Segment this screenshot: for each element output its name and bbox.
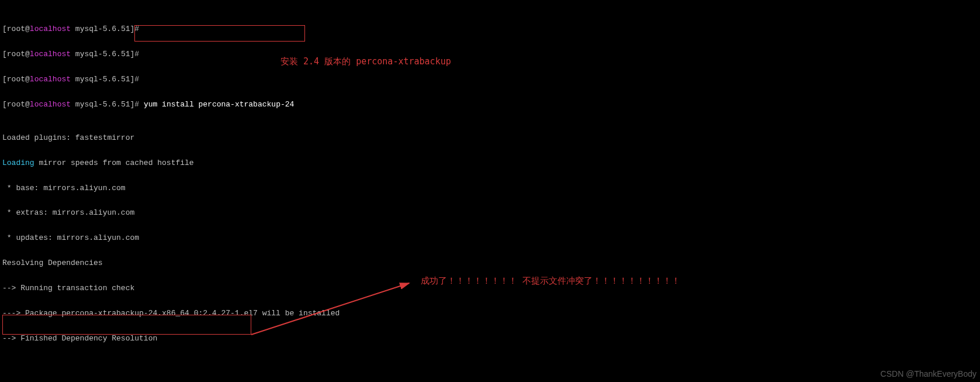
output-line: --> Running transaction check bbox=[2, 284, 978, 292]
command-text: yum install percona-xtrabackup-24 bbox=[144, 100, 294, 109]
watermark-text: CSDN @ThankEveryBody bbox=[881, 370, 976, 378]
output-line: Loading mirror speeds from cached hostfi… bbox=[2, 159, 978, 167]
output-line: * base: mirrors.aliyun.com bbox=[2, 184, 978, 192]
prompt-line: [root@localhost mysql-5.6.51]# bbox=[2, 50, 978, 58]
output-line: Loaded plugins: fastestmirror bbox=[2, 134, 978, 142]
output-line: * updates: mirrors.aliyun.com bbox=[2, 234, 978, 242]
blank-line bbox=[2, 360, 978, 368]
output-line: ---> Package percona-xtrabackup-24.x86_6… bbox=[2, 309, 978, 318]
prompt-line: [root@localhost mysql-5.6.51]# bbox=[2, 75, 978, 84]
output-line: --> Finished Dependency Resolution bbox=[2, 335, 978, 343]
output-line: Resolving Dependencies bbox=[2, 259, 978, 267]
terminal-output[interactable]: [root@localhost mysql-5.6.51]# [root@loc… bbox=[0, 0, 980, 382]
prompt-line: [root@localhost mysql-5.6.51]# bbox=[2, 25, 978, 33]
prompt-line: [root@localhost mysql-5.6.51]# yum insta… bbox=[2, 101, 978, 109]
output-line: * extras: mirrors.aliyun.com bbox=[2, 209, 978, 217]
